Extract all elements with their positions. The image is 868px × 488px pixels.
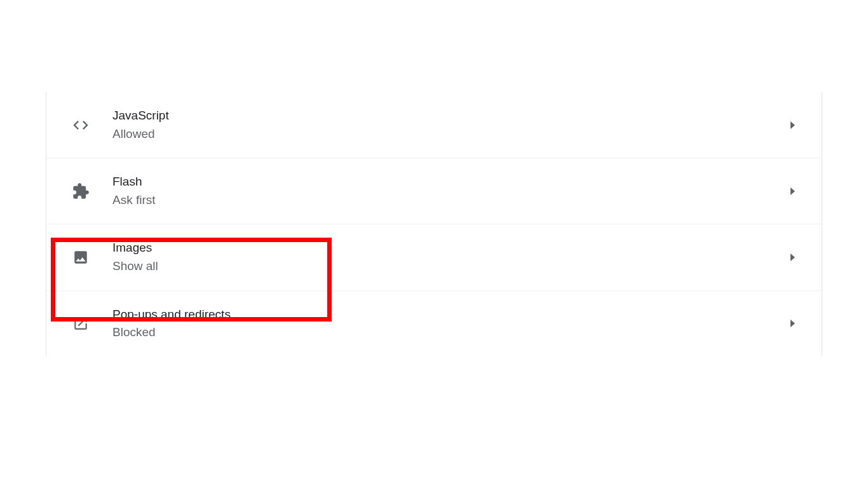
row-title: Flash <box>112 173 790 191</box>
settings-row-popups[interactable]: Pop-ups and redirects Blocked <box>46 291 822 356</box>
site-settings-list: JavaScript Allowed Flash Ask first Image… <box>46 92 822 356</box>
popup-icon <box>72 315 90 332</box>
row-subtitle: Show all <box>112 258 790 275</box>
settings-row-javascript[interactable]: JavaScript Allowed <box>46 92 822 158</box>
row-title: Images <box>112 240 790 257</box>
row-title: JavaScript <box>112 107 790 125</box>
chevron-right-icon <box>790 320 795 327</box>
row-content: Images Show all <box>112 240 790 274</box>
code-icon <box>72 116 90 134</box>
row-title: Pop-ups and redirects <box>112 306 790 323</box>
row-content: Flash Ask first <box>112 173 790 208</box>
settings-row-flash[interactable]: Flash Ask first <box>46 158 822 224</box>
image-icon <box>72 248 90 266</box>
row-content: JavaScript Allowed <box>112 107 790 142</box>
row-subtitle: Blocked <box>112 324 790 341</box>
chevron-right-icon <box>790 121 795 129</box>
chevron-right-icon <box>790 254 795 261</box>
row-subtitle: Allowed <box>112 126 790 143</box>
puzzle-icon <box>72 182 90 200</box>
chevron-right-icon <box>790 187 795 195</box>
row-subtitle: Ask first <box>112 192 790 209</box>
row-content: Pop-ups and redirects Blocked <box>112 306 790 341</box>
settings-row-images[interactable]: Images Show all <box>46 224 822 290</box>
